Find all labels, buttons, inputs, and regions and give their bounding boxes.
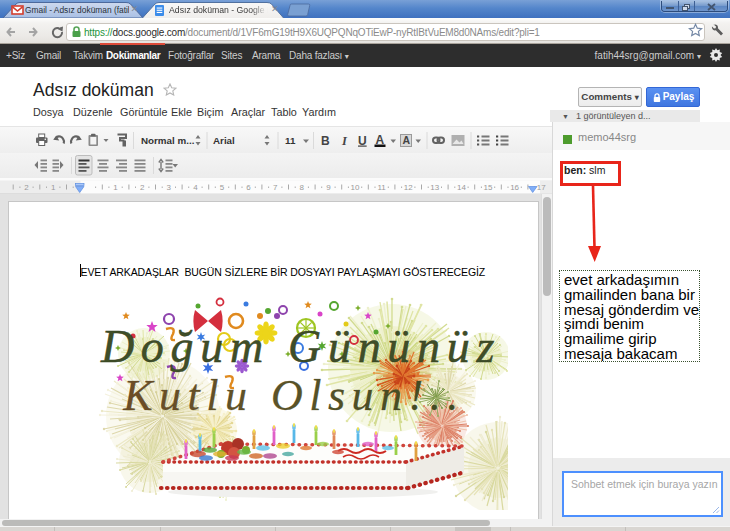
svg-text:Arial: Arial xyxy=(213,135,235,146)
svg-text:A: A xyxy=(376,133,385,147)
svg-text:8: 8 xyxy=(300,183,305,192)
svg-text:1: 1 xyxy=(51,183,56,192)
svg-text:B: B xyxy=(321,134,330,148)
svg-text:7: 7 xyxy=(273,183,278,192)
svg-text:16: 16 xyxy=(510,183,519,192)
svg-text:11: 11 xyxy=(285,135,296,146)
svg-text:Normal m...: Normal m... xyxy=(141,135,195,146)
svg-text:6: 6 xyxy=(246,183,251,192)
svg-text:1: 1 xyxy=(113,183,118,192)
svg-text:U: U xyxy=(358,134,367,148)
svg-text:13: 13 xyxy=(430,183,439,192)
svg-text:11: 11 xyxy=(377,183,386,192)
svg-text:10: 10 xyxy=(351,183,360,192)
svg-text:4: 4 xyxy=(193,183,198,192)
svg-text:I: I xyxy=(341,134,348,148)
svg-text:15: 15 xyxy=(484,183,493,192)
svg-text:12: 12 xyxy=(404,183,413,192)
svg-text:Doğum Gününüz: Doğum Gününüz xyxy=(100,321,501,372)
svg-text:Kutlu Olsun!..: Kutlu Olsun!.. xyxy=(122,371,465,420)
svg-text:3: 3 xyxy=(167,183,172,192)
svg-text:2: 2 xyxy=(24,183,29,192)
svg-text:14: 14 xyxy=(457,183,466,192)
svg-text:2: 2 xyxy=(140,183,145,192)
svg-text:5: 5 xyxy=(220,183,225,192)
svg-text:17: 17 xyxy=(537,183,546,192)
svg-text:A: A xyxy=(403,134,411,146)
svg-text:9: 9 xyxy=(326,183,331,192)
